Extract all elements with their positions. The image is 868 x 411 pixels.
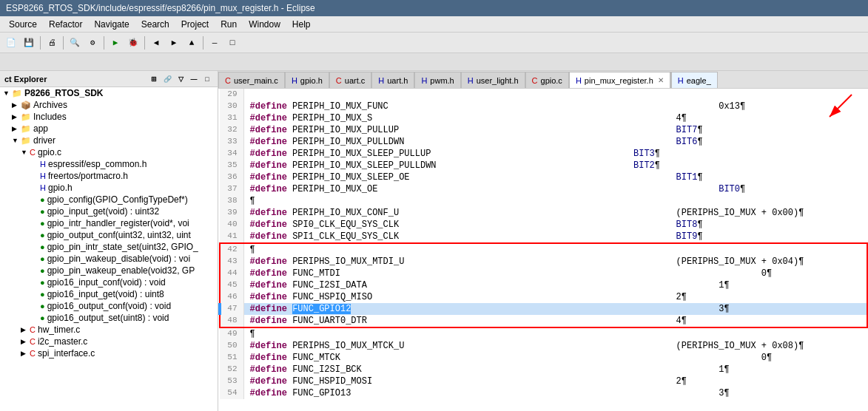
code-line-content[interactable]: #define PERIPHS_IO_MUX_MTDI_U (PERIPHS_I… — [243, 256, 867, 268]
code-line-content[interactable]: #define PERIPH_IO_MUX_S 4¶ — [243, 112, 867, 124]
toolbar-tool1[interactable]: ⚙ — [84, 35, 101, 51]
toolbar-up[interactable]: ▲ — [184, 35, 200, 51]
code-content[interactable]: 29 30#define PERIPH_IO_MUX_FUNC 0x13¶31#… — [218, 89, 868, 411]
code-line-content[interactable]: #define PERIPH_IO_MUX_CONF_U (PERIPHS_IO… — [243, 207, 867, 219]
code-line-content[interactable]: #define PERIPH_IO_MUX_SLEEP_OE BIT1¶ — [243, 171, 867, 183]
menu-source[interactable]: Source — [3, 18, 43, 31]
toolbar-maximize[interactable]: □ — [224, 35, 240, 51]
tab-user-main[interactable]: C user_main.c — [218, 72, 285, 88]
toolbar-debug[interactable]: 🐞 — [125, 35, 141, 51]
line-number: 46 — [220, 291, 243, 303]
tab-gpio-h-label: gpio.h — [300, 76, 323, 85]
code-line-content[interactable]: #define PERIPH_IO_MUX_FUNC 0x13¶ — [243, 101, 867, 112]
line-number: 44 — [220, 268, 243, 279]
toolbar-search[interactable]: 🔍 — [67, 35, 83, 51]
toolbar-run[interactable]: ▶ — [107, 35, 124, 51]
tab-gpio-c2[interactable]: C gpio.c — [525, 72, 569, 88]
code-line-content[interactable]: #define FUNC_HSPID_MOSI 2¶ — [243, 376, 867, 387]
code-line-content[interactable]: #define FUNC_MTCK 0¶ — [243, 352, 867, 364]
tree-func-input[interactable]: ▶ ● gpio_input_get(void) : uint32 — [0, 206, 218, 217]
explorer-link[interactable]: 🔗 — [161, 73, 173, 85]
tree-func-gpio16-os[interactable]: ▶ ● gpio16_output_set(uint8) : void — [0, 312, 218, 324]
func-input-label: gpio_input_get(void) : uint32 — [47, 206, 159, 217]
tree-func-gpio16-ic[interactable]: ▶ ● gpio16_input_conf(void) : void — [0, 276, 218, 288]
toolbar-minimize[interactable]: — — [206, 35, 223, 51]
tree-archives[interactable]: ▶ 📦 Archives — [0, 99, 218, 111]
menu-navigate[interactable]: Navigate — [88, 18, 135, 31]
explorer-menu[interactable]: ▽ — [175, 73, 186, 85]
tree-func-gpio16-oc[interactable]: ▶ ● gpio16_output_conf(void) : void — [0, 300, 218, 312]
tab-pwm-h[interactable]: H pwm.h — [414, 72, 460, 88]
code-line-content[interactable]: #define FUNC_I2SI_BCK 1¶ — [243, 364, 867, 376]
app-label: app — [33, 123, 48, 134]
app-icon: 📁 — [21, 124, 31, 134]
toolbar-new[interactable]: 📄 — [3, 35, 19, 51]
tab-uart-h[interactable]: H uart.h — [371, 72, 414, 88]
line-number: 48 — [220, 315, 243, 327]
tree-i2c-master[interactable]: ▶ C i2c_master.c — [0, 336, 218, 347]
menu-run[interactable]: Run — [215, 18, 243, 31]
tree-func-wakeup-en[interactable]: ▶ ● gpio_pin_wakeup_enable(void32, GP — [0, 265, 218, 276]
spi-label: spi_interface.c — [38, 348, 95, 359]
code-line-content[interactable]: #define FUNC_MTDI 0¶ — [243, 268, 867, 279]
tree-func-wakeup-dis[interactable]: ▶ ● gpio_pin_wakeup_disable(void) : voi — [0, 253, 218, 265]
driver-arrow: ▼ — [12, 137, 21, 144]
code-line-content[interactable]: #define PERIPHS_IO_MUX_MTCK_U (PERIPHS_I… — [243, 340, 867, 352]
hw-timer-arrow: ▶ — [21, 326, 30, 333]
code-line-content[interactable]: #define PERIPH_IO_MUX_PULLDWN BIT6¶ — [243, 136, 867, 148]
tab-user-light[interactable]: H user_light.h — [461, 72, 525, 88]
menu-window[interactable]: Window — [243, 18, 286, 31]
tab-pin-mux-close[interactable]: ✕ — [658, 76, 664, 84]
code-line-content[interactable]: #define FUNC_I2SI_DATA 1¶ — [243, 279, 867, 291]
explorer-collapse[interactable]: ⊞ — [148, 73, 160, 85]
tree-func-intr[interactable]: ▶ ● gpio_intr_handler_register(void*, vo… — [0, 217, 218, 229]
tree-func-intr-state[interactable]: ▶ ● gpio_pin_intr_state_set(uint32, GPIO… — [0, 241, 218, 253]
menu-refactor[interactable]: Refactor — [43, 18, 88, 31]
tree-includes[interactable]: ▶ 📁 Includes — [0, 111, 218, 123]
code-line-content[interactable]: #define PERIPH_IO_MUX_PULLUP BIT7¶ — [243, 124, 867, 136]
code-line-content[interactable]: ¶ — [243, 195, 867, 207]
tree-spi[interactable]: ▶ C spi_interface.c — [0, 347, 218, 359]
tree-project[interactable]: ▼ 📁 P8266_RTOS_SDK — [0, 87, 218, 99]
tab-eagle[interactable]: H eagle_ — [670, 72, 718, 88]
tree-func-output[interactable]: ▶ ● gpio_output_conf(uint32, uint32, uin… — [0, 229, 218, 241]
menu-project[interactable]: Project — [175, 18, 215, 31]
tree-func-gpio16-ig[interactable]: ▶ ● gpio16_input_get(void) : uint8 — [0, 288, 218, 300]
tree-esp-common[interactable]: ▶ H espressif/esp_common.h — [0, 158, 218, 170]
project-name: P8266_RTOS_SDK — [24, 88, 104, 98]
table-row: 50#define PERIPHS_IO_MUX_MTCK_U (PERIPHS… — [220, 340, 867, 352]
code-line-content[interactable]: #define SPI0_CLK_EQU_SYS_CLK BIT8¶ — [243, 219, 867, 231]
toolbar-back[interactable]: ◀ — [148, 35, 164, 51]
line-number: 36 — [220, 171, 243, 183]
explorer-max[interactable]: □ — [201, 73, 213, 85]
gpio-c-icon: C — [30, 148, 36, 157]
code-line-content[interactable]: #define FUNC_UART0_DTR 4¶ — [243, 315, 867, 327]
tree-driver[interactable]: ▼ 📁 driver — [0, 135, 218, 146]
tree-gpio-c[interactable]: ▼ C gpio.c — [0, 146, 218, 158]
code-line-content[interactable]: ¶ — [243, 327, 867, 340]
tree-app[interactable]: ▶ 📁 app — [0, 123, 218, 135]
tab-uart-c[interactable]: C uart.c — [329, 72, 371, 88]
code-line-content[interactable]: #define PERIPH_IO_MUX_SLEEP_PULLDWN BIT2… — [243, 160, 867, 171]
table-row: 52#define FUNC_I2SI_BCK 1¶ — [220, 364, 867, 376]
tree-func-config[interactable]: ▶ ● gpio_config(GPIO_ConfigTypeDef*) — [0, 194, 218, 206]
menu-search[interactable]: Search — [135, 18, 175, 31]
code-line-content[interactable]: ¶ — [243, 243, 867, 256]
tree-hw-timer[interactable]: ▶ C hw_timer.c — [0, 324, 218, 336]
tab-gpio-h[interactable]: H gpio.h — [285, 72, 329, 88]
explorer-min[interactable]: — — [188, 73, 200, 85]
tree-portmacro[interactable]: ▶ H freertos/portmacro.h — [0, 170, 218, 182]
toolbar-save[interactable]: 💾 — [21, 35, 37, 51]
code-line-content[interactable]: #define SPI1_CLK_EQU_SYS_CLK BIT9¶ — [243, 231, 867, 243]
tab-pin-mux[interactable]: H pin_mux_register.h ✕ — [569, 72, 670, 88]
code-line-content[interactable]: #define FUNC_GPIO12 3¶ — [243, 303, 867, 315]
code-line-content[interactable] — [243, 89, 867, 101]
code-line-content[interactable]: #define PERIPH_IO_MUX_OE BIT0¶ — [243, 183, 867, 195]
toolbar-print[interactable]: 🖨 — [44, 35, 60, 51]
code-line-content[interactable]: #define PERIPH_IO_MUX_SLEEP_PULLUP BIT3¶ — [243, 148, 867, 160]
code-line-content[interactable]: #define FUNC_GPIO13 3¶ — [243, 387, 867, 399]
toolbar-fwd[interactable]: ▶ — [166, 35, 182, 51]
code-line-content[interactable]: #define FUNC_HSPIQ_MISO 2¶ — [243, 291, 867, 303]
tree-gpio-h[interactable]: ▶ H gpio.h — [0, 182, 218, 194]
menu-help[interactable]: Help — [286, 18, 317, 31]
